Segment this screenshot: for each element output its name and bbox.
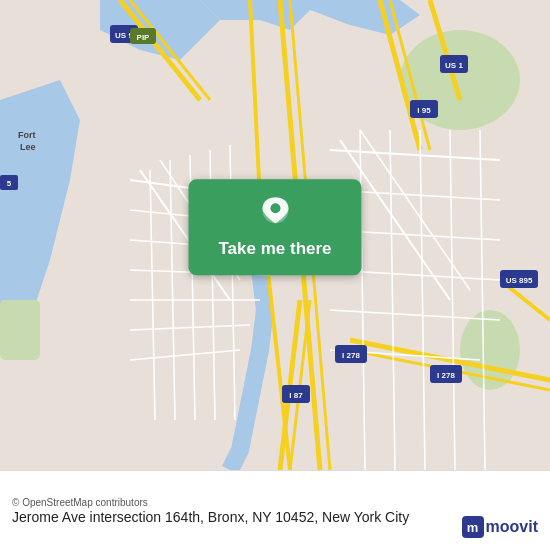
svg-rect-7 bbox=[0, 300, 40, 360]
svg-text:PIP: PIP bbox=[137, 33, 151, 42]
svg-text:US 895: US 895 bbox=[506, 276, 533, 285]
map-subtitle: New York City bbox=[322, 509, 409, 525]
moovit-logo: m moovit bbox=[462, 516, 538, 538]
moovit-m-icon: m bbox=[462, 516, 484, 538]
location-pin-icon bbox=[257, 197, 293, 233]
bottom-bar: © OpenStreetMap contributors Jerome Ave … bbox=[0, 470, 550, 550]
map-container: US 9 US 1 I 95 I 87 I 278 I 278 US 895 F… bbox=[0, 0, 550, 470]
osm-credit: © OpenStreetMap contributors bbox=[12, 497, 538, 508]
svg-text:US 1: US 1 bbox=[445, 61, 463, 70]
svg-text:I 278: I 278 bbox=[342, 351, 360, 360]
take-me-there-button[interactable]: Take me there bbox=[188, 179, 361, 275]
svg-text:Lee: Lee bbox=[20, 142, 36, 152]
svg-text:I 95: I 95 bbox=[417, 106, 431, 115]
svg-text:5: 5 bbox=[7, 179, 12, 188]
svg-text:Fort: Fort bbox=[18, 130, 36, 140]
take-me-there-label: Take me there bbox=[218, 239, 331, 259]
svg-point-72 bbox=[270, 203, 280, 213]
osm-credit-text: © OpenStreetMap contributors bbox=[12, 497, 148, 508]
moovit-text: moovit bbox=[486, 518, 538, 536]
svg-text:I 278: I 278 bbox=[437, 371, 455, 380]
address-text: Jerome Ave intersection 164th, Bronx, NY… bbox=[12, 508, 538, 528]
map-title: Jerome Ave intersection 164th, Bronx, NY… bbox=[12, 509, 314, 525]
svg-text:I 87: I 87 bbox=[289, 391, 303, 400]
